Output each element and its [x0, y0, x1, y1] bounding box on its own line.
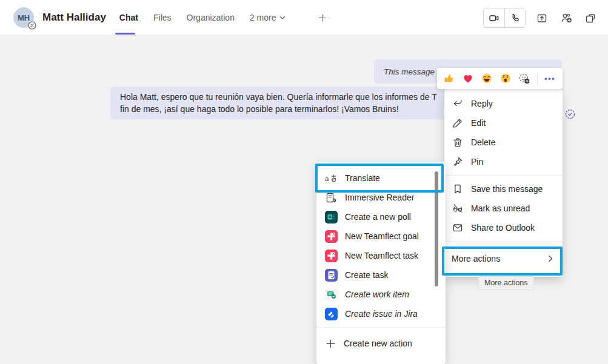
reply-icon	[452, 98, 464, 110]
submenu-item-immersive-reader[interactable]: Immersive Reader	[316, 188, 446, 207]
menu-item-more-actions[interactable]: More actions	[444, 245, 563, 272]
add-people-icon	[560, 12, 573, 24]
surprised-emoji-icon	[499, 72, 512, 85]
forms-poll-icon	[325, 211, 338, 223]
submenu-item-translate[interactable]: a Translate	[316, 168, 446, 188]
more-actions-submenu: a Translate Immersive Reader	[316, 162, 446, 364]
tab-files[interactable]: Files	[153, 13, 172, 22]
tab-chat[interactable]: Chat	[119, 13, 138, 22]
menu-item-reply[interactable]: Reply	[444, 94, 563, 113]
menu-divider	[444, 175, 563, 176]
submenu-item-teamflect-task[interactable]: New Teamflect task	[316, 246, 446, 265]
reaction-bar-divider	[537, 73, 538, 85]
audio-call-button[interactable]	[504, 8, 525, 27]
menu-item-pin[interactable]: Pin	[444, 152, 563, 171]
trash-icon	[452, 136, 464, 148]
chevron-down-icon	[279, 14, 286, 21]
jira-icon	[325, 308, 338, 320]
share-screen-icon	[536, 12, 548, 24]
heart-icon	[462, 72, 474, 85]
menu-item-save-message[interactable]: Save this message	[444, 179, 563, 199]
avatar[interactable]: MH	[13, 7, 34, 28]
plus-icon	[325, 338, 336, 349]
popout-icon	[584, 12, 596, 24]
video-call-button[interactable]	[484, 8, 504, 27]
immersive-reader-icon	[325, 191, 338, 204]
teamflect-goal-icon	[325, 230, 338, 243]
open-in-new-window-button[interactable]	[583, 10, 598, 26]
menu-item-delete[interactable]: Delete	[444, 133, 563, 152]
add-reaction-button[interactable]	[518, 73, 530, 85]
heart-reaction[interactable]	[462, 73, 474, 85]
submenu-item-create-work-item[interactable]: Create work item	[316, 285, 446, 304]
add-reaction-icon	[518, 72, 530, 85]
submenu-item-create-new-action[interactable]: Create new action	[316, 331, 446, 356]
thumbs-up-icon	[443, 72, 455, 85]
submenu-item-create-poll[interactable]: Create a new poll	[316, 207, 446, 227]
chat-header: MH Matt Halliday Chat Files Organization…	[0, 0, 608, 36]
laughing-reaction[interactable]	[481, 73, 493, 85]
menu-item-share-outlook[interactable]: Share to Outlook	[444, 218, 563, 237]
menu-item-mark-unread[interactable]: Mark as unread	[444, 199, 563, 218]
active-tab-underline	[115, 33, 135, 35]
thumbs-up-reaction[interactable]	[443, 73, 455, 85]
glasses-off-icon	[452, 202, 464, 214]
read-receipt-icon	[565, 109, 575, 119]
tasks-app-icon	[325, 269, 338, 282]
work-item-icon	[325, 288, 338, 301]
plus-icon	[317, 13, 327, 23]
svg-text:a: a	[325, 174, 329, 182]
video-camera-icon	[488, 12, 500, 24]
add-people-button[interactable]	[558, 10, 574, 26]
message-line-2: fin de mes, ¡así que haga todo lo posibl…	[120, 104, 438, 116]
call-button-group	[483, 8, 526, 28]
page-title: Matt Halliday	[42, 12, 106, 24]
translate-icon: a	[325, 172, 338, 185]
submenu-scrollbar[interactable]	[435, 171, 438, 286]
submenu-item-create-jira-issue[interactable]: Create issue in Jira	[316, 304, 446, 323]
reaction-bar: •••	[437, 68, 563, 89]
teams-chat-window: MH Matt Halliday Chat Files Organization…	[0, 0, 608, 364]
more-actions-tooltip: More actions	[478, 276, 534, 290]
surprised-reaction[interactable]	[499, 73, 512, 85]
header-actions	[483, 8, 598, 28]
presence-offline-icon	[28, 21, 36, 30]
message-context-menu: Reply Edit Delete Pin	[444, 89, 563, 277]
edit-pencil-icon	[452, 117, 464, 129]
teamflect-task-icon	[325, 250, 338, 262]
message-more-options-button[interactable]: •••	[544, 74, 555, 83]
add-tab-button[interactable]	[317, 13, 327, 23]
message-line-1: Hola Matt, espero que tu reunión vaya bi…	[120, 91, 438, 104]
phone-icon	[509, 12, 521, 24]
mail-icon	[452, 222, 464, 234]
submenu-item-teamflect-goal[interactable]: New Teamflect goal	[316, 227, 446, 246]
share-screen-button[interactable]	[534, 10, 550, 26]
bookmark-icon	[452, 183, 464, 195]
menu-item-edit[interactable]: Edit	[444, 113, 563, 133]
pin-icon	[452, 156, 464, 168]
menu-divider	[444, 241, 563, 242]
message-bubble[interactable]: Hola Matt, espero que tu reunión vaya bi…	[110, 87, 447, 119]
tab-more[interactable]: 2 more	[250, 13, 286, 22]
submenu-divider	[316, 327, 446, 328]
laughing-emoji-icon	[481, 72, 493, 85]
tab-organization[interactable]: Organization	[187, 13, 235, 22]
chevron-right-icon	[546, 254, 555, 263]
submenu-item-create-task[interactable]: Create task	[316, 265, 446, 285]
tab-bar: Chat Files Organization 2 more	[119, 13, 327, 23]
